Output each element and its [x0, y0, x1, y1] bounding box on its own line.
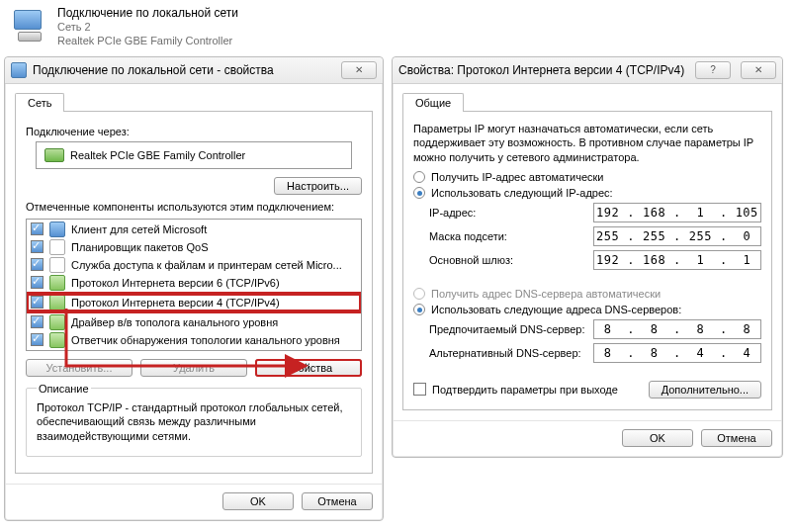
components-list[interactable]: Клиент для сетей Microsoft Планировщик п…	[26, 219, 362, 351]
radio-icon	[413, 171, 425, 183]
checkbox[interactable]	[31, 315, 44, 328]
close-icon[interactable]: ✕	[741, 61, 776, 79]
ip-address-label: IP-адрес:	[429, 207, 593, 219]
properties-button[interactable]: Свойства	[255, 359, 362, 377]
client-icon	[49, 222, 65, 237]
tab-general[interactable]: Общие	[402, 93, 464, 112]
gateway-label: Основной шлюз:	[429, 254, 593, 266]
ipv4-icon	[49, 295, 65, 310]
tab-network[interactable]: Сеть	[15, 93, 64, 112]
cancel-button[interactable]: Отмена	[302, 492, 373, 510]
checkbox[interactable]	[31, 296, 44, 309]
checkbox[interactable]	[31, 258, 44, 271]
list-item[interactable]: Драйвер в/в тополога канального уровня	[27, 313, 361, 331]
ok-button[interactable]: OK	[622, 429, 693, 447]
list-item[interactable]: Служба доступа к файлам и принтерам сете…	[27, 256, 361, 274]
configure-button[interactable]: Настроить...	[274, 177, 362, 195]
radio-icon	[413, 187, 425, 199]
ipv6-icon	[49, 275, 65, 291]
description-group: Описание Протокол TCP/IP - стандартный п…	[26, 383, 362, 458]
components-label: Отмеченные компоненты используются этим …	[26, 201, 362, 213]
description-legend: Описание	[37, 383, 91, 395]
checkbox[interactable]	[31, 240, 44, 253]
lltd-responder-icon	[49, 332, 65, 348]
subnet-mask-label: Маска подсети:	[429, 230, 593, 242]
gateway-input[interactable]: 192. 168. 1. 1	[593, 250, 761, 270]
list-item[interactable]: Планировщик пакетов QoS	[27, 238, 361, 256]
checkbox[interactable]	[31, 333, 44, 346]
help-icon[interactable]: ?	[695, 61, 731, 79]
connection-title: Подключение по локальной сети	[57, 6, 238, 21]
intro-text: Параметры IP могут назначаться автоматич…	[413, 122, 761, 166]
dialog-title: Свойства: Протокол Интернета версии 4 (T…	[398, 63, 689, 77]
checkbox[interactable]	[31, 276, 44, 289]
radio-icon	[413, 304, 425, 315]
dns2-input[interactable]: 8. 8. 4. 4	[593, 343, 761, 363]
dns1-input[interactable]: 8. 8. 8. 8	[593, 319, 761, 339]
remove-button[interactable]: Удалить	[140, 359, 247, 377]
dialog-icon	[11, 62, 27, 78]
adapter-text: Realtek PCIe GBE Family Controller	[70, 149, 245, 161]
description-text: Протокол TCP/IP - стандартный протокол г…	[37, 400, 351, 445]
advanced-button[interactable]: Дополнительно...	[649, 381, 761, 399]
nic-icon	[10, 10, 49, 44]
radio-icon	[413, 288, 425, 300]
ipv4-properties-dialog: Свойства: Протокол Интернета версии 4 (T…	[392, 56, 783, 459]
cancel-button[interactable]: Отмена	[701, 429, 772, 447]
ok-button[interactable]: OK	[222, 492, 294, 510]
adapter-field[interactable]: Realtek PCIe GBE Family Controller	[36, 141, 352, 169]
checkbox[interactable]	[31, 222, 44, 235]
lltd-driver-icon	[49, 314, 65, 330]
install-button[interactable]: Установить...	[26, 359, 132, 377]
radio-dns-auto: Получить адрес DNS-сервера автоматически	[413, 288, 761, 300]
network-name: Сеть 2	[57, 21, 238, 35]
adapter-name: Realtek PCIe GBE Family Controller	[57, 35, 238, 48]
connection-properties-dialog: Подключение по локальной сети - свойства…	[4, 56, 384, 522]
qos-icon	[49, 239, 65, 255]
ip-address-input[interactable]: 192. 168. 1. 105	[593, 203, 761, 222]
list-item[interactable]: Ответчик обнаружения топологии канальног…	[27, 331, 361, 349]
radio-ip-auto[interactable]: Получить IP-адрес автоматически	[413, 171, 761, 183]
close-icon[interactable]: ✕	[341, 61, 377, 79]
radio-dns-manual[interactable]: Использовать следующие адреса DNS-сервер…	[413, 304, 761, 315]
list-item[interactable]: Протокол Интернета версии 6 (TCP/IPv6)	[27, 274, 361, 292]
file-print-icon	[49, 257, 65, 273]
adapter-icon	[44, 148, 64, 162]
list-item-ipv4[interactable]: Протокол Интернета версии 4 (TCP/IPv4)	[27, 294, 361, 311]
subnet-mask-input[interactable]: 255. 255. 255. 0	[593, 226, 761, 246]
validate-label: Подтвердить параметры при выходе	[432, 384, 618, 396]
dialog-title: Подключение по локальной сети - свойства	[33, 63, 335, 77]
connection-header: Подключение по локальной сети Сеть 2 Rea…	[4, 4, 790, 56]
radio-ip-manual[interactable]: Использовать следующий IP-адрес:	[413, 187, 761, 199]
dns1-label: Предпочитаемый DNS-сервер:	[429, 323, 593, 335]
dns2-label: Альтернативный DNS-сервер:	[429, 347, 593, 359]
list-item[interactable]: Клиент для сетей Microsoft	[27, 221, 361, 238]
connect-via-label: Подключение через:	[26, 126, 362, 137]
validate-checkbox[interactable]	[413, 383, 426, 396]
